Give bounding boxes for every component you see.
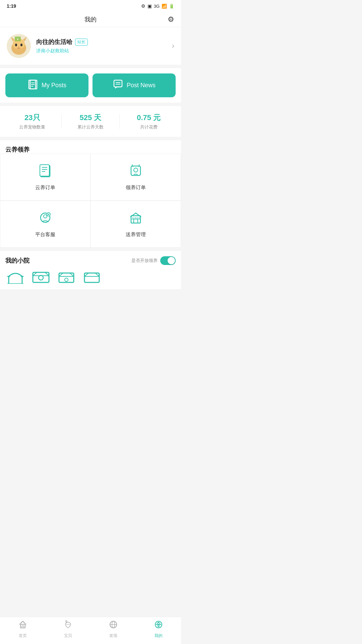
svg-point-26	[134, 168, 138, 172]
cloud-adopt-title: 云养领养	[0, 140, 181, 154]
yard-icons-row	[0, 269, 181, 289]
svg-rect-33	[134, 219, 138, 223]
sd-status-icon: ▣	[147, 3, 152, 9]
page-title: 我的	[84, 15, 97, 23]
yard-icon-1[interactable]	[5, 269, 25, 284]
svg-point-49	[65, 278, 68, 281]
profile-info: 向往的生活哈 站长 济南小赵救助站	[36, 38, 167, 54]
menu-item-service[interactable]: 平台客服	[0, 201, 90, 248]
svg-rect-21	[40, 165, 49, 176]
cloud-order-icon	[38, 163, 53, 181]
profile-username: 向往的生活哈	[36, 38, 72, 46]
stat-pets-value: 23只	[24, 113, 40, 123]
menu-item-rehome[interactable]: 送养管理	[90, 201, 181, 248]
rehome-label: 送养管理	[126, 231, 146, 238]
svg-point-4	[15, 44, 17, 46]
avatar: ¥	[7, 34, 31, 58]
cloud-order-label: 云养订单	[35, 184, 55, 191]
profile-arrow-icon[interactable]: ›	[172, 42, 174, 50]
service-icon	[38, 210, 53, 228]
status-bar: 1:19 ⚙ ▣ 3G 📶 🔋	[0, 0, 181, 12]
svg-point-28	[44, 215, 47, 218]
svg-point-5	[20, 44, 22, 46]
my-posts-icon	[27, 79, 38, 92]
yard-toggle-label: 是否开放领养	[131, 258, 158, 264]
stat-days: 525 天 累计云养天数	[62, 113, 120, 130]
stat-days-value: 525 天	[80, 113, 102, 123]
status-time: 1:19	[7, 3, 16, 9]
menu-item-adopt-order[interactable]: 领养订单	[90, 154, 181, 201]
yard-title: 我的小院	[5, 257, 29, 265]
profile-subtitle: 济南小赵救助站	[36, 48, 167, 54]
action-buttons-section: My Posts Post News	[0, 68, 181, 103]
top-nav: 我的 ⚙	[0, 12, 181, 27]
post-news-label: Post News	[127, 82, 156, 89]
yard-icon-3[interactable]	[56, 269, 76, 284]
stat-days-label: 累计云养天数	[77, 124, 104, 130]
yard-header: 我的小院 是否开放领养	[0, 251, 181, 269]
stats-section: 23只 云养宠物数量 525 天 累计云养天数 0.75 元 共计花费	[0, 106, 181, 137]
service-label: 平台客服	[35, 231, 55, 238]
open-adoption-toggle[interactable]	[160, 256, 176, 265]
profile-section: ¥ 向往的生活哈 站长 济南小赵救助站 ›	[0, 27, 181, 65]
menu-grid: 云养订单 领养订单	[0, 154, 181, 248]
battery-icon: 🔋	[169, 4, 174, 9]
settings-status-icon: ⚙	[141, 3, 145, 9]
menu-item-cloud-order[interactable]: 云养订单	[0, 154, 90, 201]
yard-toggle-row: 是否开放领养	[131, 256, 176, 265]
my-posts-label: My Posts	[42, 82, 66, 89]
stat-cost: 0.75 元 共计花费	[120, 113, 178, 130]
cloud-adopt-section: 云养领养 云养订单	[0, 140, 181, 248]
yard-icon-4[interactable]	[82, 269, 102, 284]
network-label: 3G	[154, 4, 160, 9]
settings-button[interactable]: ⚙	[168, 15, 174, 24]
svg-text:¥: ¥	[16, 38, 19, 41]
yard-section: 我的小院 是否开放领养	[0, 251, 181, 289]
adopt-order-icon	[128, 163, 143, 181]
adopt-order-label: 领养订单	[126, 184, 146, 191]
stat-pets-label: 云养宠物数量	[19, 124, 45, 130]
svg-point-45	[39, 275, 43, 280]
avatar-image: ¥	[7, 34, 31, 58]
signal-icon: 📶	[162, 4, 167, 9]
station-badge: 站长	[75, 39, 88, 46]
post-news-button[interactable]: Post News	[93, 73, 176, 97]
stat-pets: 23只 云养宠物数量	[3, 113, 61, 130]
post-news-icon	[113, 79, 123, 92]
my-posts-button[interactable]: My Posts	[5, 73, 88, 97]
svg-rect-14	[114, 80, 122, 87]
stat-cost-value: 0.75 元	[137, 113, 161, 123]
status-right: ⚙ ▣ 3G 📶 🔋	[141, 3, 174, 9]
yard-icon-2[interactable]	[31, 269, 51, 284]
toggle-knob	[168, 257, 175, 264]
stat-cost-label: 共计花费	[140, 124, 158, 130]
rehome-icon	[128, 210, 143, 228]
profile-name-row: 向往的生活哈 站长	[36, 38, 167, 46]
